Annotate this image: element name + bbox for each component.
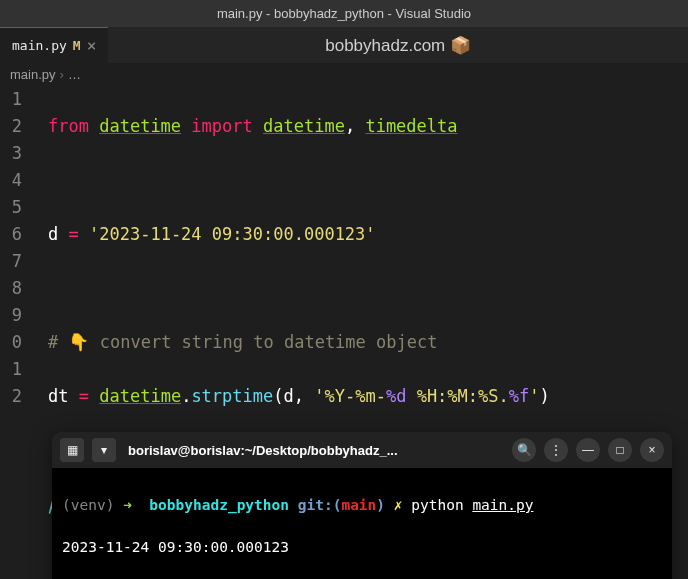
breadcrumb-file: main.py (10, 67, 56, 82)
title-bar: main.py - bobbyhadz_python - Visual Stud… (0, 0, 688, 27)
breadcrumb[interactable]: main.py › … (0, 63, 688, 86)
tab-modified-indicator: M (73, 38, 81, 53)
new-tab-button[interactable]: ▦ (60, 438, 84, 462)
terminal-title: borislav@borislav:~/Desktop/bobbyhadz_..… (124, 443, 504, 458)
file-tab[interactable]: main.py M × (0, 27, 108, 63)
watermark-text: bobbyhadz.com 📦 (108, 35, 688, 56)
dropdown-button[interactable]: ▾ (92, 438, 116, 462)
terminal-titlebar: ▦ ▾ borislav@borislav:~/Desktop/bobbyhad… (52, 432, 672, 468)
maximize-icon[interactable]: □ (608, 438, 632, 462)
chevron-right-icon: › (60, 67, 64, 82)
menu-icon[interactable]: ⋮ (544, 438, 568, 462)
close-icon[interactable]: × (87, 36, 97, 55)
tab-label: main.py (12, 38, 67, 53)
search-icon[interactable]: 🔍 (512, 438, 536, 462)
close-icon[interactable]: × (640, 438, 664, 462)
minimize-icon[interactable]: — (576, 438, 600, 462)
line-gutter: 1 2 3 4 5 6 7 8 9 0 1 2 (0, 86, 30, 579)
terminal-body[interactable]: (venv) ➜ bobbyhadz_python git:(main) ✗ p… (52, 468, 672, 579)
terminal-window: ▦ ▾ borislav@borislav:~/Desktop/bobbyhad… (52, 432, 672, 579)
breadcrumb-more: … (68, 67, 81, 82)
tab-bar: main.py M × bobbyhadz.com 📦 (0, 27, 688, 63)
